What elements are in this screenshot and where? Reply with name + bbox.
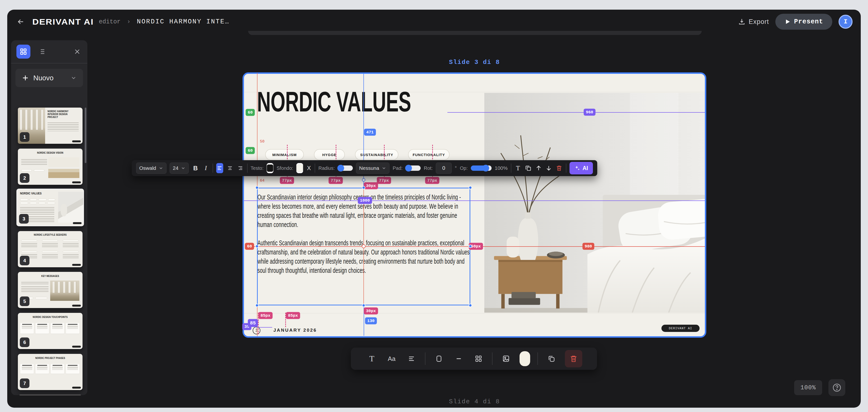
- breadcrumb-separator: ›: [127, 18, 130, 25]
- move-down-button[interactable]: [546, 163, 553, 173]
- slide-thumbnail-5[interactable]: KEY MESSAGES 5: [18, 272, 83, 308]
- back-button[interactable]: [16, 17, 26, 27]
- slide-thumbnail-4[interactable]: NORDIC LIFESTYLE SEEKERS 4: [18, 231, 83, 267]
- tag-pill-sustainability[interactable]: SUSTAINABILITY: [355, 149, 398, 160]
- close-sidebar-button[interactable]: [72, 47, 82, 57]
- rotation-input[interactable]: 0: [436, 163, 452, 174]
- slides-sidebar: Nuovo NORDIC HARMONY INTERIOR DESIGN PRO…: [11, 40, 87, 395]
- plus-icon: [22, 74, 29, 82]
- sidebar-scrollbar[interactable]: [85, 107, 86, 163]
- add-image-button[interactable]: [500, 352, 512, 366]
- add-line-button[interactable]: [453, 352, 465, 366]
- toolbar-divider: [566, 163, 566, 173]
- font-size-select[interactable]: 24: [169, 163, 189, 174]
- slide-thumbnail-8[interactable]: NORDIC AESTHETIC CONCEPTS 8: [18, 395, 83, 395]
- opacity-label: Op:: [460, 165, 468, 171]
- thumbnail-watermark: [72, 305, 81, 307]
- text-color-swatch[interactable]: [267, 163, 273, 173]
- measure-badge-green-60-tags: 60: [246, 147, 255, 154]
- grid-view-button[interactable]: [17, 44, 30, 59]
- ai-button[interactable]: AI: [569, 162, 593, 175]
- opacity-slider[interactable]: [471, 165, 492, 171]
- add-grid-button[interactable]: [472, 352, 485, 366]
- export-label: Export: [749, 18, 769, 26]
- slide-thumbnail-1[interactable]: NORDIC HARMONY INTERIOR DESIGN PROJECT 1: [18, 107, 83, 144]
- align-left-button[interactable]: [216, 163, 223, 173]
- play-icon: [784, 19, 790, 25]
- slide-page-number: 3: [253, 327, 260, 334]
- slide-thumbnail-6[interactable]: NORDIC DESIGN TOUCHPOINTS 6: [18, 313, 83, 349]
- font-size-value: 24: [173, 165, 178, 171]
- textbox-rotation-anchor[interactable]: [362, 244, 366, 248]
- delete-slide-button[interactable]: [565, 350, 582, 368]
- add-text-button[interactable]: T: [366, 352, 378, 366]
- slide-title[interactable]: NORDIC VALUES: [257, 88, 411, 116]
- radius-slider[interactable]: [338, 165, 353, 171]
- thumbnail-watermark: [72, 387, 81, 389]
- new-slide-button[interactable]: Nuovo: [16, 69, 83, 87]
- add-shape-button[interactable]: [433, 352, 445, 366]
- measure-badge-85: 85: [248, 319, 258, 327]
- arrow-up-icon: [535, 165, 542, 171]
- slide-watermark: DERIVANT AI: [661, 325, 700, 332]
- avatar[interactable]: I: [839, 15, 852, 29]
- export-button[interactable]: Export: [738, 18, 769, 26]
- clear-background-button[interactable]: X: [306, 163, 312, 173]
- align-left-icon: [217, 165, 222, 171]
- slide-thumbnail-3-selected[interactable]: NORDIC VALUES 3: [17, 189, 84, 226]
- tag-pill-functionality[interactable]: FUNCTIONALITY: [408, 149, 450, 160]
- selection-handle-top-right[interactable]: [469, 186, 472, 189]
- thumbnail-number: 3: [19, 214, 29, 224]
- measure-badge-471: 471: [364, 129, 376, 136]
- font-family-select[interactable]: Oswald: [136, 163, 166, 174]
- duplicate-slide-button[interactable]: [545, 352, 558, 366]
- thumbnail-preview: NORDIC AESTHETIC CONCEPTS: [18, 395, 83, 395]
- app-frame: DERIVANT AI editor › NORDIC HARMONY INTE…: [7, 10, 861, 408]
- duplicate-button[interactable]: [525, 163, 532, 173]
- close-icon: [74, 48, 81, 55]
- padding-slider[interactable]: [406, 165, 421, 171]
- text-style-button[interactable]: T: [515, 163, 522, 173]
- move-up-button[interactable]: [535, 163, 542, 173]
- slide-footer-date[interactable]: JANUARY 2026: [273, 327, 317, 333]
- arrow-down-icon: [546, 165, 552, 171]
- measure-badge-77px-4: 77px: [425, 177, 439, 184]
- selection-handle-top-mid[interactable]: [362, 186, 365, 189]
- padding-label: Pad:: [393, 165, 403, 171]
- align-right-button[interactable]: [237, 163, 244, 173]
- previous-slide-edge[interactable]: [248, 31, 702, 35]
- document-title[interactable]: NORDIC HARMONY INTE…: [137, 18, 229, 25]
- selection-handle-bottom-left[interactable]: [255, 304, 259, 307]
- text-block-button[interactable]: [405, 352, 418, 366]
- selection-handle-top-left[interactable]: [255, 186, 259, 189]
- thumbnail-watermark: [72, 346, 81, 348]
- list-view-button[interactable]: [36, 46, 47, 57]
- help-button[interactable]: [829, 379, 845, 396]
- chevron-down-icon: [181, 166, 186, 170]
- slide-gridline-bottom: [244, 313, 705, 313]
- tag-pill-minimalism[interactable]: MINIMALISM: [265, 149, 304, 160]
- guide-connector-circle: [362, 178, 365, 182]
- delete-button[interactable]: [556, 163, 563, 173]
- slide-thumbnail-7[interactable]: NORDIC PROJECT PHASES 7: [18, 354, 83, 390]
- tag-pill-hygge[interactable]: HYGGE: [314, 149, 345, 160]
- present-button[interactable]: Present: [775, 14, 832, 30]
- chevron-down-icon[interactable]: [70, 75, 77, 81]
- thumbnail-number: 1: [20, 132, 29, 142]
- zoom-level[interactable]: 100%: [794, 380, 822, 395]
- slide-background-swatch[interactable]: [520, 351, 530, 366]
- slide-thumbnail-2[interactable]: NORDIC DESIGN VISION 2: [18, 149, 83, 185]
- border-select[interactable]: Nessuna: [356, 163, 390, 174]
- thumbnail-watermark: [73, 222, 82, 224]
- thumbnail-number: 7: [20, 378, 29, 388]
- italic-button[interactable]: I: [202, 163, 210, 173]
- selection-handle-mid-left[interactable]: [255, 245, 259, 248]
- align-center-button[interactable]: [226, 163, 234, 173]
- selection-handle-bottom-right[interactable]: [469, 304, 472, 307]
- selection-handle-mid-right[interactable]: [469, 245, 472, 248]
- bold-button[interactable]: B: [192, 163, 199, 173]
- typography-button[interactable]: Aa: [385, 352, 398, 366]
- background-color-swatch[interactable]: [296, 163, 303, 173]
- bedroom-photo[interactable]: [484, 93, 706, 313]
- selection-handle-bottom-mid[interactable]: [362, 304, 365, 307]
